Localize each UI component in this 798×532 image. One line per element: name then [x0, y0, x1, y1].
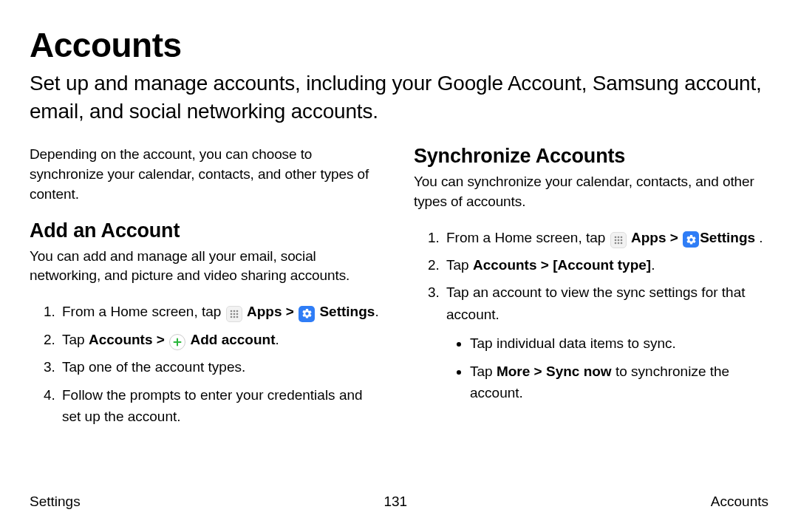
step-text: Tap: [62, 332, 89, 347]
list-item: Tap individual data items to sync.: [470, 332, 768, 354]
step-text-end: .: [755, 230, 763, 245]
page-intro: Set up and manage accounts, including yo…: [30, 69, 768, 126]
accounts-type-label: Accounts > [Account type]: [473, 257, 651, 273]
left-preface: Depending on the account, you can choose…: [30, 145, 384, 205]
step-text: From a Home screen, tap: [62, 304, 225, 319]
sync-sub-bullets: Tap individual data items to sync. Tap M…: [446, 332, 768, 403]
add-account-heading: Add an Account: [30, 219, 384, 242]
svg-point-18: [617, 242, 619, 244]
list-item: From a Home screen, tap Apps > Settings …: [443, 227, 768, 248]
chevron-right-icon: >: [286, 304, 298, 319]
list-item: Tap More > Sync now to synchronize the a…: [470, 361, 768, 404]
left-column: Depending on the account, you can choose…: [30, 145, 384, 434]
step-text-end: .: [276, 332, 279, 347]
footer-page-number: 131: [383, 494, 407, 510]
svg-point-3: [230, 313, 232, 316]
add-account-label: Add account: [190, 332, 275, 347]
add-account-steps: From a Home screen, tap Apps > Settings.…: [30, 301, 384, 427]
svg-point-2: [236, 310, 238, 313]
svg-point-17: [614, 242, 616, 244]
right-column: Synchronize Accounts You can synchronize…: [414, 145, 768, 434]
chevron-right-icon: >: [670, 230, 682, 245]
svg-point-16: [620, 239, 622, 241]
add-account-desc: You can add and manage all your email, s…: [30, 247, 384, 287]
sync-steps: From a Home screen, tap Apps > Settings …: [414, 227, 768, 404]
svg-point-19: [620, 242, 622, 244]
page-footer: Settings 131 Accounts: [30, 494, 768, 510]
bullet-text: Tap: [470, 364, 497, 379]
chevron-right-icon: >: [153, 332, 169, 347]
step-text: From a Home screen, tap: [446, 230, 610, 245]
settings-icon: [683, 231, 699, 248]
footer-left: Settings: [30, 494, 81, 510]
apps-label: Apps: [631, 230, 666, 245]
list-item: From a Home screen, tap Apps > Settings.: [59, 301, 384, 322]
svg-point-12: [617, 236, 619, 238]
settings-label: Settings: [700, 230, 755, 245]
svg-point-8: [236, 316, 238, 318]
footer-right: Accounts: [711, 494, 768, 510]
svg-point-5: [236, 313, 238, 316]
sync-heading: Synchronize Accounts: [414, 145, 768, 168]
list-item: Tap Accounts > [Account type].: [443, 254, 768, 276]
list-item: Tap one of the account types.: [59, 356, 384, 378]
svg-point-1: [233, 310, 235, 313]
apps-label: Apps: [247, 304, 282, 319]
apps-icon: [226, 306, 242, 322]
svg-point-7: [233, 316, 235, 318]
svg-point-4: [233, 313, 235, 316]
content-columns: Depending on the account, you can choose…: [30, 145, 768, 434]
svg-point-13: [620, 236, 622, 238]
svg-point-0: [230, 310, 232, 313]
apps-icon: [610, 232, 627, 248]
sync-desc: You can synchronize your calendar, conta…: [414, 172, 768, 212]
more-syncnow-label: More > Sync now: [497, 364, 612, 379]
step-text-end: .: [651, 257, 655, 273]
accounts-label: Accounts: [89, 332, 153, 347]
step-text: Tap an account to view the sync settings…: [446, 284, 746, 321]
svg-point-14: [614, 239, 616, 241]
svg-point-11: [614, 236, 616, 238]
settings-icon: [299, 306, 315, 322]
plus-icon: [169, 334, 185, 350]
list-item: Follow the prompts to enter your credent…: [59, 384, 384, 428]
svg-point-15: [617, 239, 619, 241]
list-item: Tap Accounts > Add account.: [59, 329, 384, 350]
step-text: Tap: [446, 257, 473, 273]
list-item: Tap an account to view the sync settings…: [443, 282, 768, 403]
manual-page: Accounts Set up and manage accounts, inc…: [0, 0, 798, 532]
step-text-end: .: [375, 304, 378, 319]
page-title: Accounts: [30, 25, 768, 65]
settings-label: Settings: [319, 304, 375, 319]
svg-point-6: [230, 316, 232, 318]
